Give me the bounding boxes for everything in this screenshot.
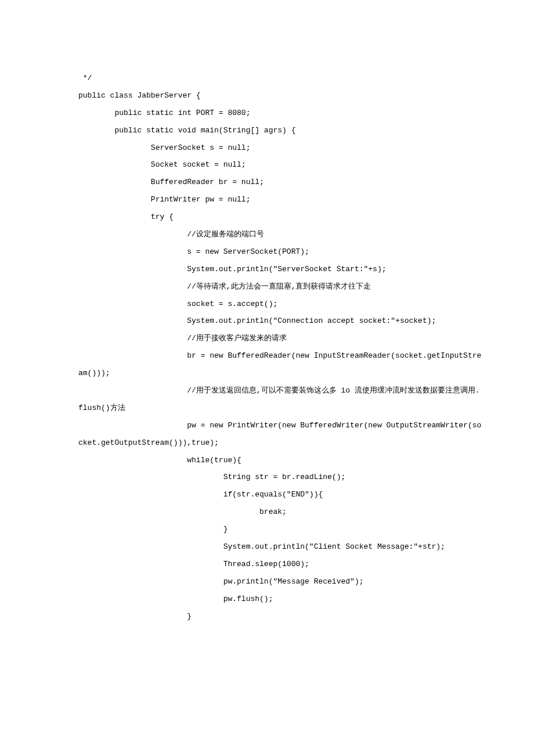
code-line: } [78,521,482,538]
document-page: */ public class JabberServer { public st… [0,0,534,756]
code-line: System.out.println("Client Socket Messag… [78,538,482,556]
code-line: Thread.sleep(1000); [78,556,482,573]
code-line: System.out.println("ServerSocket Start:"… [78,261,482,278]
code-line: Socket socket = null; [78,156,482,174]
code-line: public static int PORT = 8080; [78,105,482,122]
code-line: public class JabberServer { [78,87,482,105]
code-line: br = new BufferedReader(new InputStreamR… [78,347,482,382]
code-line: pw.flush(); [78,591,482,608]
code-line: pw = new PrintWriter(new BufferedWriter(… [78,417,482,452]
code-line: */ [78,70,482,87]
code-line: //等待请求,此方法会一直阻塞,直到获得请求才往下走 [78,278,482,296]
code-line: while(true){ [78,452,482,469]
code-line: PrintWriter pw = null; [78,191,482,208]
code-line: s = new ServerSocket(PORT); [78,243,482,261]
code-line: BufferedReader br = null; [78,174,482,191]
code-line: String str = br.readLine(); [78,469,482,486]
code-line: try { [78,208,482,226]
code-line: socket = s.accept(); [78,296,482,313]
code-line: if(str.equals("END")){ [78,486,482,503]
code-line: ServerSocket s = null; [78,139,482,157]
code-line: break; [78,503,482,521]
code-line: //设定服务端的端口号 [78,226,482,243]
code-line: } [78,608,482,625]
code-line: System.out.println("Connection accept so… [78,312,482,330]
code-line: //用于发送返回信息,可以不需要装饰这么多 io 流使用缓冲流时发送数据要注意调… [78,382,482,417]
code-line: //用于接收客户端发来的请求 [78,330,482,347]
code-line: pw.println("Message Received"); [78,573,482,591]
code-line: public static void main(String[] agrs) { [78,122,482,139]
